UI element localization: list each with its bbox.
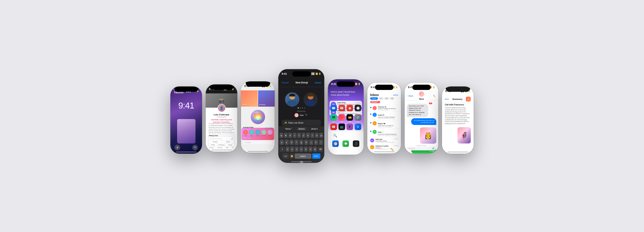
key-emoji[interactable]: 😊 <box>290 153 294 159</box>
app-clock[interactable]: 🕐 Clock <box>355 105 361 113</box>
key-shift[interactable]: ⇧ <box>280 146 285 152</box>
key-v[interactable]: v <box>299 146 303 152</box>
key-t[interactable]: t <box>297 133 301 138</box>
emoji-alt[interactable] <box>304 92 318 107</box>
concise-button[interactable]: Concise <box>226 144 234 146</box>
app-news[interactable]: 📰 News <box>338 105 345 113</box>
app-reminders[interactable]: ⏰ Reminders <box>346 105 353 113</box>
app-settings[interactable]: ⚙️ Settings <box>355 114 361 122</box>
key-z[interactable]: z <box>286 146 289 152</box>
show-more-button[interactable]: SHOW MORE <box>265 127 272 129</box>
key-o[interactable]: o <box>315 133 319 138</box>
tab-key-points[interactable]: Key Points <box>218 147 222 148</box>
app-maps[interactable]: 🗺 Maps <box>330 114 337 122</box>
cancel-button[interactable]: Cancel <box>282 81 288 84</box>
edit-chat-icon[interactable]: ✏️ <box>433 95 436 97</box>
person-summer[interactable]: S Summer <box>255 130 260 136</box>
mail-item-aditi[interactable]: AJ Aditi Jain 9:41 AM Something exciting… <box>367 137 401 144</box>
key-done[interactable]: done <box>312 153 320 159</box>
notch-8 <box>446 87 470 92</box>
suggestion-2[interactable]: drivers <box>297 127 306 130</box>
key-j[interactable]: j <box>309 140 313 145</box>
compose-button[interactable]: ✏️ <box>390 148 394 151</box>
filter-messages[interactable]: 💬 <box>384 97 389 100</box>
person-farhan[interactable]: F Farhan <box>268 130 272 136</box>
key-b[interactable]: b <box>304 146 308 152</box>
app-wallet[interactable]: 💳 Wallet <box>346 114 353 122</box>
key-h[interactable]: h <box>304 140 308 145</box>
emoji-text-input[interactable]: ✨ Race car driver <box>282 120 321 126</box>
subject-magico: Order lunch and coffee for <box>378 125 398 126</box>
friendly-button[interactable]: Friendly <box>209 144 217 146</box>
search-text: Search <box>338 135 343 136</box>
dock-safari[interactable]: 🧭 <box>332 140 339 147</box>
mail-item-united[interactable]: U United ✈ Check-in for flight to Newark… <box>367 112 401 120</box>
describe-input[interactable]: Describe <box>243 141 272 144</box>
mail-item-magico[interactable]: M Magico 🍽 Order lunch and coffee for Ne… <box>367 120 401 129</box>
tab-list[interactable]: List <box>232 147 234 148</box>
key-y[interactable]: y <box>302 133 306 138</box>
key-k[interactable]: k <box>314 140 318 145</box>
key-q[interactable]: q <box>280 133 283 138</box>
key-x[interactable]: x <box>290 146 294 152</box>
select-button[interactable]: Select <box>393 94 398 96</box>
key-u[interactable]: u <box>306 133 310 138</box>
key-s[interactable]: s <box>285 140 289 145</box>
rewrite-button[interactable]: Rewrite <box>222 141 234 143</box>
name-nicki: Nicki <box>249 135 254 136</box>
proofread-button[interactable]: Proofread <box>209 141 221 143</box>
phone-chat: 9:41 ▋▋ 🛜 🔋 ‹ Back Nora ✏️ <box>405 83 438 153</box>
key-d[interactable]: d <box>290 140 294 145</box>
app-health[interactable]: ❤️ Health <box>338 114 345 122</box>
home-indicator-1 <box>176 152 196 152</box>
app-mail[interactable]: ✉️ Mail <box>330 105 337 113</box>
flashlight-icon[interactable]: ⚡ <box>174 145 180 150</box>
app-news2[interactable]: 📰 News <box>330 123 337 132</box>
professional-button[interactable]: Professional <box>218 144 226 146</box>
key-e[interactable]: e <box>288 133 292 138</box>
filter-shopping[interactable]: 🛒 <box>379 97 384 100</box>
filter-primary[interactable]: Primary <box>370 97 378 100</box>
key-p[interactable]: p <box>319 133 323 138</box>
app-tv[interactable]: 📺 TV <box>338 123 345 132</box>
person-garden[interactable]: G Garden <box>262 130 266 136</box>
key-space[interactable]: space <box>295 153 312 159</box>
app-name-wallet: Wallet <box>346 121 353 122</box>
key-123[interactable]: 123 <box>282 153 289 159</box>
mail-item-florence[interactable]: F Florence 🎭 invited to Izalaya soft ope… <box>367 105 401 112</box>
key-l[interactable]: l <box>319 140 323 145</box>
key-r[interactable]: r <box>293 133 296 138</box>
edit-icon[interactable]: ✏️ <box>305 114 308 117</box>
person-carmen[interactable]: C Carmen <box>243 130 248 136</box>
summary-back-button[interactable]: Back <box>445 98 449 100</box>
camera-icon[interactable]: 📷 <box>192 145 198 150</box>
key-n[interactable]: n <box>308 146 312 152</box>
suggestion-3[interactable]: driver's <box>310 127 319 130</box>
insert-button[interactable]: Insert <box>315 81 321 84</box>
mail-item-katie[interactable]: K Katie 📄 Contract for Michael Robinson'… <box>367 129 401 137</box>
key-delete[interactable]: ⌫ <box>318 146 323 152</box>
app-appstore[interactable]: A App Store <box>355 123 361 132</box>
app-podcasts[interactable]: 🎙 Podcasts <box>346 123 353 132</box>
search-bar[interactable]: 🔍 Search <box>331 133 360 138</box>
key-c[interactable]: c <box>295 146 298 152</box>
describe-change-input[interactable]: Describe your change 🎤 <box>209 137 234 140</box>
person-nicki[interactable]: N Nicki <box>249 130 254 136</box>
message-input-bar[interactable]: iMessage ⬆️ <box>407 146 436 150</box>
key-m[interactable]: m <box>313 146 317 152</box>
key-i[interactable]: i <box>310 133 314 138</box>
tab-summary[interactable]: Summary <box>210 147 214 148</box>
memory-card-brooklyn[interactable]: Brooklyn <box>258 90 275 107</box>
key-w[interactable]: w <box>284 133 288 138</box>
dock-messages[interactable]: 💬 <box>342 140 349 147</box>
key-a[interactable]: a <box>280 140 284 145</box>
dock-music[interactable]: 🎵 <box>353 140 359 147</box>
back-button[interactable]: ‹ Back <box>408 95 413 97</box>
filter-more[interactable]: +1 <box>390 97 394 100</box>
memory-card-sunset[interactable]: Sunset <box>241 90 258 107</box>
emoji-main[interactable] <box>285 92 299 107</box>
tab-table[interactable]: Table <box>226 147 228 148</box>
suggestion-1[interactable]: "driver." <box>283 127 294 130</box>
key-f[interactable]: f <box>294 140 298 145</box>
key-g[interactable]: g <box>299 140 304 145</box>
